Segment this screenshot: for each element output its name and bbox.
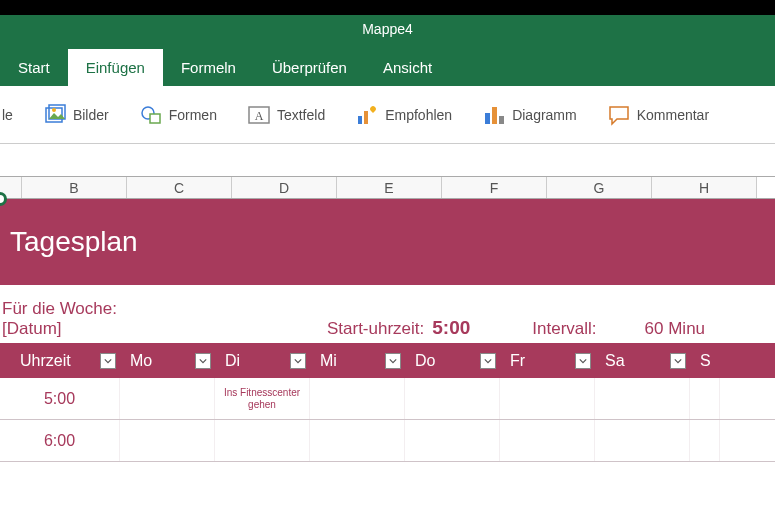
toolbar-textbox-label: Textfeld xyxy=(277,107,325,123)
plan-title: Tagesplan xyxy=(10,226,138,258)
th-time-label: Uhrzeit xyxy=(20,352,71,370)
interval-value[interactable]: 60 Minu xyxy=(645,319,705,339)
th-label: Mi xyxy=(320,352,337,370)
cell-time[interactable]: 5:00 xyxy=(0,378,120,419)
recommended-icon xyxy=(355,103,379,127)
chart-icon xyxy=(482,103,506,127)
chevron-down-icon xyxy=(199,357,207,365)
column-header[interactable]: D xyxy=(232,177,337,198)
svg-rect-11 xyxy=(499,116,504,124)
filter-button[interactable] xyxy=(195,353,211,369)
chevron-down-icon xyxy=(389,357,397,365)
cell-sa[interactable] xyxy=(595,420,690,461)
th-mi[interactable]: Mi xyxy=(310,352,405,370)
interval-label: Intervall: xyxy=(532,319,596,339)
column-header[interactable]: B xyxy=(22,177,127,198)
column-header[interactable]: C xyxy=(127,177,232,198)
cell-di[interactable]: Ins Fitnesscenter gehen xyxy=(215,378,310,419)
toolbar-recommended-label: Empfohlen xyxy=(385,107,452,123)
filter-button[interactable] xyxy=(385,353,401,369)
toolbar-comment-button[interactable]: Kommentar xyxy=(597,99,719,131)
column-headers: B C D E F G H xyxy=(0,176,775,199)
th-mo[interactable]: Mo xyxy=(120,352,215,370)
cell-mo[interactable] xyxy=(120,378,215,419)
tab-ansicht[interactable]: Ansicht xyxy=(365,49,450,86)
svg-text:A: A xyxy=(255,109,264,123)
sheet-area[interactable]: B C D E F G H Tagesplan Für die Woche: [… xyxy=(0,144,775,517)
th-sa[interactable]: Sa xyxy=(595,352,690,370)
th-label: Fr xyxy=(510,352,525,370)
cell-do[interactable] xyxy=(405,378,500,419)
filter-button[interactable] xyxy=(290,353,306,369)
chevron-down-icon xyxy=(484,357,492,365)
cell-so[interactable] xyxy=(690,378,720,419)
tab-formeln[interactable]: Formeln xyxy=(163,49,254,86)
ribbon-toolbar: le Bilder Formen A Textfeld Empfohlen Di… xyxy=(0,86,775,144)
toolbar-shapes-label: Formen xyxy=(169,107,217,123)
meta-row: Für die Woche: [Datum] Start-uhrzeit: 5:… xyxy=(0,285,775,343)
chevron-down-icon xyxy=(294,357,302,365)
toolbar-comment-label: Kommentar xyxy=(637,107,709,123)
start-time-label: Start-uhrzeit: xyxy=(327,319,424,339)
svg-rect-9 xyxy=(485,113,490,124)
document-title: Mappe4 xyxy=(0,15,775,43)
cell-mo[interactable] xyxy=(120,420,215,461)
toolbar-pictures-label: Bilder xyxy=(73,107,109,123)
cell-mi[interactable] xyxy=(310,420,405,461)
week-value[interactable]: [Datum] xyxy=(2,319,117,339)
cell-fr[interactable] xyxy=(500,420,595,461)
chevron-down-icon xyxy=(674,357,682,365)
toolbar-textbox-button[interactable]: A Textfeld xyxy=(237,99,335,131)
column-header[interactable]: G xyxy=(547,177,652,198)
cell-time[interactable]: 6:00 xyxy=(0,420,120,461)
tab-einfuegen[interactable]: Einfügen xyxy=(68,49,163,86)
svg-rect-4 xyxy=(150,114,160,123)
filter-button[interactable] xyxy=(670,353,686,369)
column-header[interactable]: E xyxy=(337,177,442,198)
th-fr[interactable]: Fr xyxy=(500,352,595,370)
window-titlebar xyxy=(0,0,775,15)
th-di[interactable]: Di xyxy=(215,352,310,370)
toolbar-pictures-button[interactable]: Bilder xyxy=(33,99,119,131)
cell-di[interactable] xyxy=(215,420,310,461)
cell-sa[interactable] xyxy=(595,378,690,419)
comment-icon xyxy=(607,103,631,127)
filter-button[interactable] xyxy=(100,353,116,369)
column-header[interactable]: F xyxy=(442,177,547,198)
chevron-down-icon xyxy=(579,357,587,365)
ribbon-tabbar: Start Einfügen Formeln Überprüfen Ansich… xyxy=(0,43,775,86)
column-header[interactable]: H xyxy=(652,177,757,198)
th-time[interactable]: Uhrzeit xyxy=(0,352,120,370)
toolbar-table-button[interactable]: le xyxy=(0,103,23,127)
week-label: Für die Woche: xyxy=(2,299,117,319)
toolbar-chart-button[interactable]: Diagramm xyxy=(472,99,587,131)
toolbar-shapes-button[interactable]: Formen xyxy=(129,99,227,131)
cell-do[interactable] xyxy=(405,420,500,461)
th-label: S xyxy=(700,352,711,370)
th-so[interactable]: S xyxy=(690,352,720,370)
th-label: Di xyxy=(225,352,240,370)
toolbar-table-label: le xyxy=(2,107,13,123)
start-time-value[interactable]: 5:00 xyxy=(432,317,470,339)
tab-ueberpruefen[interactable]: Überprüfen xyxy=(254,49,365,86)
table-row: 5:00 Ins Fitnesscenter gehen xyxy=(0,378,775,420)
th-do[interactable]: Do xyxy=(405,352,500,370)
cell-mi[interactable] xyxy=(310,378,405,419)
cell-fr[interactable] xyxy=(500,378,595,419)
textbox-icon: A xyxy=(247,103,271,127)
th-label: Do xyxy=(415,352,435,370)
cell-so[interactable] xyxy=(690,420,720,461)
svg-rect-8 xyxy=(364,111,368,124)
toolbar-recommended-button[interactable]: Empfohlen xyxy=(345,99,462,131)
th-label: Sa xyxy=(605,352,625,370)
chevron-down-icon xyxy=(104,357,112,365)
table-row: 6:00 xyxy=(0,420,775,462)
tab-start[interactable]: Start xyxy=(0,49,68,86)
svg-rect-10 xyxy=(492,107,497,124)
th-label: Mo xyxy=(130,352,152,370)
filter-button[interactable] xyxy=(575,353,591,369)
cell-note: Ins Fitnesscenter gehen xyxy=(215,385,309,413)
toolbar-chart-label: Diagramm xyxy=(512,107,577,123)
start-time-block: Start-uhrzeit: 5:00 xyxy=(327,317,470,339)
filter-button[interactable] xyxy=(480,353,496,369)
